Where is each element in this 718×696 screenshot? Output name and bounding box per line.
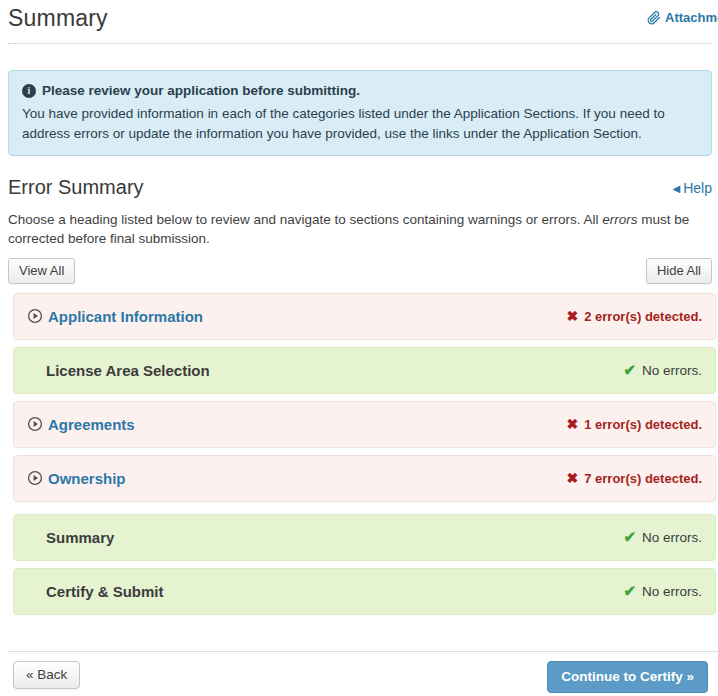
row-status: ✖ 7 error(s) detected. (567, 470, 703, 486)
section-link[interactable]: Agreements (48, 416, 135, 433)
left-triangle-icon: ◀ (673, 183, 681, 194)
section-title: License Area Selection (46, 362, 210, 379)
info-alert-body: You have provided information in each of… (22, 104, 698, 143)
section-title: Certify & Submit (46, 583, 164, 600)
row-status: ✖ 1 error(s) detected. (567, 416, 703, 432)
error-summary-title: Error Summary (8, 176, 144, 199)
check-icon: ✔ (623, 361, 636, 379)
row-status: ✔ No errors. (623, 361, 702, 379)
view-all-button[interactable]: View All (8, 258, 75, 284)
no-errors-text: No errors. (642, 584, 702, 599)
attachments-link[interactable]: Attachments (647, 10, 718, 25)
continue-to-certify-button[interactable]: Continue to Certify » (547, 661, 708, 693)
error-summary-description: Choose a heading listed below to review … (8, 211, 712, 248)
section-title: Summary (46, 529, 114, 546)
paperclip-icon (647, 11, 661, 25)
description-text: Choose a heading listed below to review … (8, 212, 602, 227)
section-rows: Applicant Information ✖ 2 error(s) detec… (8, 293, 712, 615)
error-x-icon: ✖ (567, 470, 579, 486)
footer-divider (8, 651, 718, 652)
no-errors-text: No errors. (642, 530, 702, 545)
error-x-icon: ✖ (567, 308, 579, 324)
footer: « Back Continue to Certify » (8, 661, 712, 693)
error-summary-header: Error Summary ◀Help (8, 176, 712, 199)
row-left: License Area Selection (27, 362, 210, 379)
expand-play-icon[interactable] (27, 308, 43, 324)
error-count-text: 7 error(s) detected. (584, 471, 702, 486)
section-link[interactable]: Ownership (48, 470, 126, 487)
section-row-applicant-information: Applicant Information ✖ 2 error(s) detec… (13, 293, 716, 340)
no-errors-text: No errors. (642, 363, 702, 378)
row-left: Certify & Submit (27, 583, 164, 600)
page: Summary Attachments i Please review your… (0, 0, 718, 693)
hide-all-button[interactable]: Hide All (646, 258, 712, 284)
expand-play-icon[interactable] (27, 470, 43, 486)
error-count-text: 1 error(s) detected. (584, 417, 702, 432)
page-header: Summary (8, 5, 712, 35)
row-status: ✖ 2 error(s) detected. (567, 308, 703, 324)
section-link[interactable]: Applicant Information (48, 308, 203, 325)
expand-collapse-toolbar: View All Hide All (8, 258, 712, 284)
row-left: Applicant Information (27, 308, 203, 325)
section-row-license-area-selection: License Area Selection ✔ No errors. (13, 347, 716, 394)
header-divider (8, 43, 712, 44)
expand-play-icon[interactable] (27, 416, 43, 432)
error-x-icon: ✖ (567, 416, 579, 432)
back-button[interactable]: « Back (13, 661, 80, 689)
help-label: Help (683, 180, 712, 196)
row-left: Ownership (27, 470, 126, 487)
description-italic-word: errors (602, 212, 637, 227)
row-status: ✔ No errors. (623, 528, 702, 546)
info-icon: i (22, 84, 36, 98)
info-alert: i Please review your application before … (8, 70, 712, 156)
section-row-agreements: Agreements ✖ 1 error(s) detected. (13, 401, 716, 448)
section-row-ownership: Ownership ✖ 7 error(s) detected. (13, 455, 716, 502)
row-status: ✔ No errors. (623, 582, 702, 600)
info-alert-heading: i Please review your application before … (22, 83, 698, 98)
attachments-label: Attachments (665, 10, 718, 25)
info-alert-heading-text: Please review your application before su… (42, 83, 360, 98)
page-title: Summary (8, 5, 712, 32)
check-icon: ✔ (623, 582, 636, 600)
section-row-certify-submit: Certify & Submit ✔ No errors. (13, 568, 716, 615)
help-link[interactable]: ◀Help (673, 180, 713, 196)
row-left: Agreements (27, 416, 135, 433)
check-icon: ✔ (623, 528, 636, 546)
row-left: Summary (27, 529, 114, 546)
section-row-summary: Summary ✔ No errors. (13, 514, 716, 561)
error-count-text: 2 error(s) detected. (584, 309, 702, 324)
